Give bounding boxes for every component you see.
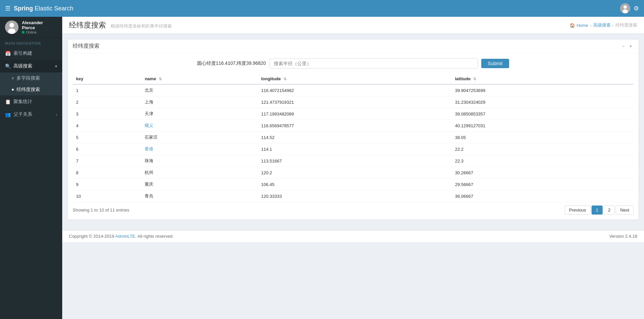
calendar-icon: 📅	[5, 51, 11, 56]
cell-key: 5	[73, 132, 141, 143]
footer-copyright-text: Copyright © 2014-2019	[69, 234, 115, 239]
breadcrumb: 🏠 Home › 高级搜索 › 经纬度搜索	[570, 22, 637, 28]
sidebar-item-advanced-search[interactable]: 🔍 高级搜索 ▾	[0, 60, 62, 73]
content-header: 经纬度搜索 根据经纬度坐标和距离半径搜索 🏠 Home › 高级搜索 › 经纬度…	[62, 17, 644, 34]
cell-latitude: 36.06667	[452, 190, 634, 202]
table-row: 4顺义116.656947857740.1299127031	[73, 120, 634, 132]
status-text: Online	[26, 30, 37, 34]
box-tools: − ×	[620, 43, 634, 49]
settings-icon[interactable]: ⚙	[634, 5, 639, 12]
showing-text: Showing 1 to 10 of 11 entries	[73, 208, 129, 213]
table-row: 8杭州120.230.26667	[73, 167, 634, 179]
cell-latitude: 22.3	[452, 155, 634, 167]
status-indicator	[22, 31, 25, 34]
sidebar-item-parent-child-label: 父子关系	[13, 111, 32, 118]
col-header-name[interactable]: name ⇅	[141, 74, 258, 84]
table-row: 2上海121.473791932131.2304324029	[73, 96, 634, 108]
app-logo[interactable]: Spring Elastic Search	[14, 5, 73, 12]
sidebar-item-parent-child[interactable]: 👥 父子关系 ›	[0, 108, 62, 121]
col-longitude-label: longitude	[261, 76, 281, 81]
table-row: 3天津117.199348208939.0850853357	[73, 108, 634, 120]
sidebar-item-index-build[interactable]: 📅 索引构建	[0, 47, 62, 60]
sort-name-icon: ⇅	[159, 77, 162, 81]
table-body: 1北京116.407215498239.90472536992上海121.473…	[73, 84, 634, 202]
box-header: 经纬度搜索 − ×	[68, 39, 639, 53]
minimize-box-button[interactable]: −	[620, 43, 626, 49]
radius-input[interactable]	[269, 58, 478, 69]
main-content: 经纬度搜索 根据经纬度坐标和距离半径搜索 🏠 Home › 高级搜索 › 经纬度…	[62, 17, 644, 319]
col-header-latitude[interactable]: latitude ⇅	[452, 74, 634, 84]
cell-longitude: 116.4072154982	[258, 84, 452, 96]
content-area: 经纬度搜索 − × 圆心经度116.4107,纬度39.96820 Submit	[62, 34, 644, 230]
footer-version: Version 2.4.18	[609, 234, 637, 239]
user-avatar-sidebar	[5, 20, 18, 34]
cell-name: 杭州	[141, 167, 258, 179]
cell-latitude: 29.56667	[452, 179, 634, 190]
user-info: Alexander Pierce Online	[22, 20, 57, 34]
table-row: 9重庆106.4529.56667	[73, 179, 634, 190]
previous-button[interactable]: Previous	[565, 206, 591, 215]
box-body: 圆心经度116.4107,纬度39.96820 Submit key	[68, 53, 639, 220]
nav-section-label: MAIN NAVIGATION	[0, 38, 62, 47]
cell-latitude: 31.2304324029	[452, 96, 634, 108]
cell-name[interactable]: 顺义	[141, 120, 258, 132]
pagination: Previous 1 2 Next	[565, 206, 634, 215]
sidebar: Alexander Pierce Online MAIN NAVIGATION …	[0, 17, 62, 319]
main-header: ☰ Spring Elastic Search ⚙	[0, 0, 644, 17]
table-row: 6香港114.122.2	[73, 143, 634, 155]
chevron-down-icon: ▾	[55, 64, 57, 69]
user-panel: Alexander Pierce Online	[0, 17, 62, 38]
cell-name[interactable]: 香港	[141, 143, 258, 155]
search-form: 圆心经度116.4107,纬度39.96820 Submit	[73, 58, 634, 69]
next-button[interactable]: Next	[616, 206, 634, 215]
cell-longitude: 117.1993482089	[258, 108, 452, 120]
page-1-button[interactable]: 1	[592, 206, 603, 215]
cell-longitude: 120.2	[258, 167, 452, 179]
cell-key: 6	[73, 143, 141, 155]
menu-toggle-icon[interactable]: ☰	[5, 5, 10, 12]
user-status: Online	[22, 30, 57, 34]
col-key-label: key	[76, 76, 83, 81]
page-2-button[interactable]: 2	[604, 206, 615, 215]
cell-longitude: 113.51667	[258, 155, 452, 167]
list-icon: 📋	[5, 99, 11, 104]
cell-key: 2	[73, 96, 141, 108]
user-avatar-header[interactable]	[620, 3, 630, 13]
search-icon: 🔍	[5, 63, 11, 69]
user-name: Alexander Pierce	[22, 20, 57, 30]
page-title: 经纬度搜索	[69, 21, 106, 29]
cell-name: 北京	[141, 84, 258, 96]
cell-key: 7	[73, 155, 141, 167]
cell-latitude: 30.26667	[452, 167, 634, 179]
table-footer: Showing 1 to 10 of 11 entries Previous 1…	[73, 206, 634, 215]
sidebar-item-agg-stats[interactable]: 📋 聚集统计	[0, 95, 62, 108]
col-header-key[interactable]: key	[73, 74, 141, 84]
sidebar-item-geo-search[interactable]: 经纬度搜索	[0, 84, 62, 95]
cell-longitude: 114.52	[258, 132, 452, 143]
table-row: 1北京116.407215498239.9047253699	[73, 84, 634, 96]
sidebar-item-multi-field[interactable]: 多字段搜索	[0, 73, 62, 84]
close-box-button[interactable]: ×	[628, 43, 634, 49]
svg-point-4	[9, 23, 14, 28]
sidebar-item-geo-search-label: 经纬度搜索	[16, 87, 40, 93]
col-name-label: name	[145, 76, 156, 81]
users-icon: 👥	[5, 112, 11, 117]
header-right: ⚙	[620, 3, 639, 13]
svg-point-1	[623, 5, 627, 9]
table-row: 10青岛120.3333336.06667	[73, 190, 634, 202]
header-left: ☰ Spring Elastic Search	[5, 5, 73, 12]
table-head: key name ⇅ longitude ⇅	[73, 74, 634, 84]
breadcrumb-home-link[interactable]: Home	[577, 23, 589, 28]
cell-longitude: 120.33333	[258, 190, 452, 202]
breadcrumb-parent-link[interactable]: 高级搜索	[593, 22, 611, 28]
table-row: 7珠海113.5166722.3	[73, 155, 634, 167]
cell-name: 天津	[141, 108, 258, 120]
footer-brand-link[interactable]: AdminLTE	[115, 234, 136, 239]
cell-longitude: 121.4737919321	[258, 96, 452, 108]
submit-button[interactable]: Submit	[481, 59, 509, 68]
geo-search-box: 经纬度搜索 − × 圆心经度116.4107,纬度39.96820 Submit	[67, 39, 639, 220]
cell-name: 青岛	[141, 190, 258, 202]
logo-spring: Spring	[14, 5, 33, 12]
box-title: 经纬度搜索	[73, 43, 100, 50]
col-header-longitude[interactable]: longitude ⇅	[258, 74, 452, 84]
